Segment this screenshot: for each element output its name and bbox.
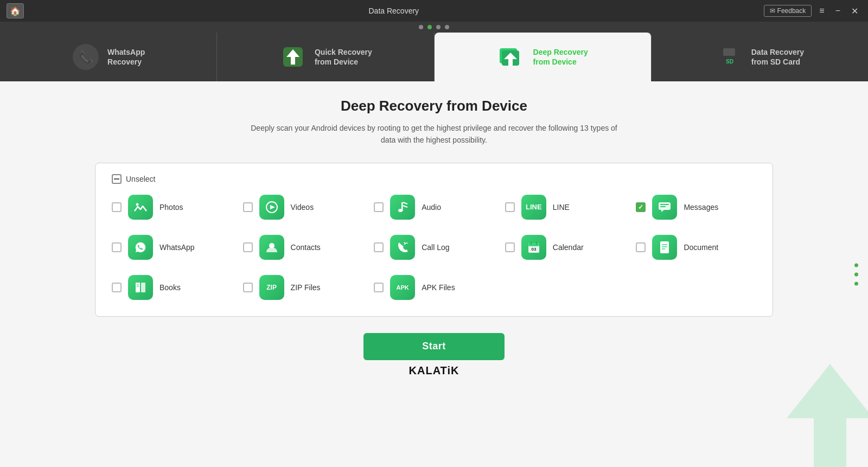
books-icon — [128, 275, 153, 300]
messages-label: Messages — [684, 203, 718, 212]
audio-label: Audio — [422, 203, 441, 212]
svg-line-17 — [403, 206, 408, 207]
svg-line-16 — [403, 202, 408, 204]
feedback-button[interactable]: ✉ Feedback — [764, 5, 812, 17]
app-title: Data Recovery — [369, 7, 419, 15]
audio-checkbox[interactable] — [374, 202, 384, 212]
page-subtitle: Deeply scan your Android devices by root… — [244, 122, 624, 146]
zip-files-icon: ZIP — [259, 275, 284, 300]
unselect-row: Unselect — [112, 174, 756, 184]
list-item: Audio — [374, 195, 494, 220]
sd-card-icon: SD — [716, 43, 744, 71]
call-log-checkbox[interactable] — [374, 242, 384, 252]
title-bar: 🏠 Data Recovery ✉ Feedback ≡ − ✕ — [0, 0, 868, 22]
apk-files-checkbox[interactable] — [374, 283, 384, 292]
tab-quick-label: Quick Recoveryfrom Device — [315, 47, 372, 67]
tab-sd-card-recovery[interactable]: SD Data Recoveryfrom SD Card — [652, 33, 868, 81]
calendar-icon: 03 — [521, 235, 546, 260]
svg-rect-15 — [401, 202, 403, 211]
document-checkbox[interactable] — [636, 242, 646, 252]
unselect-label[interactable]: Unselect — [126, 175, 155, 183]
tab-whatsapp-recovery[interactable]: 📞 WhatsAppRecovery — [0, 33, 217, 81]
list-item: WhatsApp — [112, 235, 232, 260]
list-item: APK APK Files — [374, 275, 494, 300]
contacts-checkbox[interactable] — [243, 242, 253, 252]
line-checkbox[interactable] — [505, 202, 515, 212]
list-item: ZIP ZIP Files — [243, 275, 363, 300]
list-item: LINE LINE — [505, 195, 626, 220]
list-item: Videos — [243, 195, 363, 220]
minimize-button[interactable]: − — [832, 5, 844, 17]
calendar-checkbox[interactable] — [505, 242, 515, 252]
tab-sd-label: Data Recoveryfrom SD Card — [751, 47, 804, 67]
svg-rect-19 — [660, 204, 669, 205]
svg-marker-21 — [661, 210, 664, 212]
apk-files-label: APK Files — [422, 283, 455, 292]
watermark: KALATiK — [409, 364, 459, 377]
tab-bar: 📞 WhatsAppRecovery Quick Recoveryfrom De… — [0, 33, 868, 81]
whatsapp-checkbox[interactable] — [112, 242, 122, 252]
svg-text:📞: 📞 — [79, 50, 94, 65]
document-icon — [652, 235, 677, 260]
svg-rect-8 — [723, 48, 735, 56]
start-button[interactable]: Start — [363, 333, 505, 360]
zip-files-checkbox[interactable] — [243, 283, 253, 292]
whatsapp-recovery-icon: 📞 — [72, 43, 100, 71]
list-item: 03 Calendar — [505, 235, 626, 260]
unselect-checkbox[interactable] — [112, 174, 122, 184]
mail-icon: ✉ — [770, 7, 775, 15]
deep-recovery-icon — [497, 43, 526, 71]
quick-recovery-icon — [279, 43, 307, 71]
line-icon: LINE — [521, 195, 546, 220]
progress-dot-2 — [427, 25, 432, 29]
videos-icon — [259, 195, 284, 220]
messages-icon — [652, 195, 677, 220]
progress-dot-4 — [445, 25, 449, 29]
videos-label: Videos — [291, 203, 314, 212]
messages-checkbox[interactable] — [636, 202, 646, 212]
progress-dot-3 — [436, 25, 441, 29]
progress-dot-1 — [419, 25, 423, 29]
call-log-icon — [390, 235, 415, 260]
contacts-icon — [259, 235, 284, 260]
tab-whatsapp-label: WhatsAppRecovery — [107, 47, 145, 67]
videos-checkbox[interactable] — [243, 202, 253, 212]
page-title: Deep Recovery from Device — [341, 98, 527, 114]
call-log-label: Call Log — [422, 243, 449, 252]
data-type-grid: Photos Videos Audio — [112, 195, 756, 300]
home-button[interactable]: 🏠 — [7, 3, 24, 18]
tab-deep-label: Deep Recoveryfrom Device — [533, 47, 588, 67]
books-label: Books — [159, 283, 181, 292]
decorative-arrow — [781, 359, 868, 467]
menu-button[interactable]: ≡ — [816, 5, 827, 17]
line-label: LINE — [553, 203, 570, 212]
photos-checkbox[interactable] — [112, 202, 122, 212]
svg-rect-29 — [660, 241, 669, 253]
svg-text:SD: SD — [726, 59, 733, 65]
whatsapp-label: WhatsApp — [159, 243, 195, 252]
svg-rect-33 — [136, 283, 140, 292]
side-decoration — [854, 263, 858, 285]
close-button[interactable]: ✕ — [848, 5, 861, 17]
list-item: Call Log — [374, 235, 494, 260]
data-type-selection-box: Unselect Photos Videos — [95, 163, 773, 317]
progress-indicator — [0, 22, 868, 33]
svg-rect-20 — [660, 206, 666, 207]
tab-deep-recovery[interactable]: Deep Recoveryfrom Device — [435, 33, 652, 81]
svg-rect-25 — [528, 243, 539, 246]
apk-files-icon: APK — [390, 275, 415, 300]
tab-quick-recovery[interactable]: Quick Recoveryfrom Device — [217, 33, 434, 81]
books-checkbox[interactable] — [112, 283, 122, 292]
zip-files-label: ZIP Files — [291, 283, 321, 292]
list-item: Books — [112, 275, 232, 300]
list-item: Document — [636, 235, 756, 260]
whatsapp-icon — [128, 235, 153, 260]
main-content: Deep Recovery from Device Deeply scan yo… — [0, 81, 868, 467]
svg-marker-13 — [270, 205, 275, 209]
contacts-label: Contacts — [291, 243, 321, 252]
audio-icon — [390, 195, 415, 220]
svg-rect-34 — [141, 283, 145, 292]
list-item: Messages — [636, 195, 756, 220]
svg-text:03: 03 — [531, 247, 536, 252]
photos-icon — [128, 195, 153, 220]
